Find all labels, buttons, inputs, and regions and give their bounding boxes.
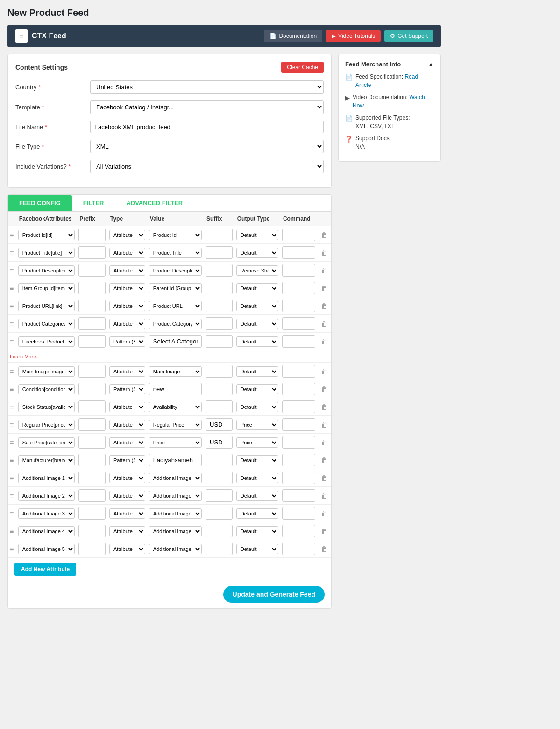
drag-handle-icon[interactable]: ≡: [10, 457, 14, 464]
video-button[interactable]: ▶ Video Tutorials: [326, 30, 381, 42]
drag-handle-icon[interactable]: ≡: [10, 510, 14, 517]
output-type-select[interactable]: DefaultRemove ShortCodesPriceRemove HTML: [236, 230, 278, 240]
drag-handle-icon[interactable]: ≡: [10, 320, 14, 328]
doc-button[interactable]: 📄 Documentation: [264, 30, 322, 42]
prefix-input[interactable]: [78, 454, 106, 466]
output-type-select[interactable]: DefaultRemove ShortCodesPriceRemove HTML: [236, 336, 278, 347]
type-select[interactable]: AttributePattern (St:: [109, 301, 145, 311]
fb-attr-select[interactable]: Regular Price[price]: [18, 420, 75, 430]
suffix-input[interactable]: [206, 282, 233, 294]
learn-more-text[interactable]: Learn More..: [10, 353, 39, 360]
output-type-select[interactable]: DefaultRemove ShortCodesPriceRemove HTML: [236, 508, 278, 519]
command-input[interactable]: [282, 472, 315, 484]
drag-handle-icon[interactable]: ≡: [10, 403, 14, 411]
value-select[interactable]: Main Image: [149, 366, 202, 377]
type-select[interactable]: AttributePattern (St:: [109, 455, 145, 465]
fb-attr-select[interactable]: Item Group Id[item_grc: [18, 283, 75, 293]
command-input[interactable]: [282, 436, 315, 449]
command-input[interactable]: [282, 335, 315, 348]
fb-attr-select[interactable]: Condition[condition]: [18, 384, 75, 394]
delete-row-button[interactable]: 🗑: [319, 230, 329, 240]
prefix-input[interactable]: [78, 489, 106, 502]
drag-handle-icon[interactable]: ≡: [10, 231, 14, 239]
command-input[interactable]: [282, 400, 315, 413]
type-select[interactable]: AttributePattern (St:: [109, 402, 145, 412]
value-select[interactable]: Additional Image 1: [149, 473, 202, 483]
fb-attr-select[interactable]: Manufacturer[brand]: [18, 455, 75, 465]
drag-handle-icon[interactable]: ≡: [10, 545, 14, 553]
type-select[interactable]: AttributePattern (St:: [109, 319, 145, 329]
command-input[interactable]: [282, 489, 315, 502]
tab-filter[interactable]: FILTER: [72, 195, 115, 211]
command-input[interactable]: [282, 300, 315, 312]
prefix-input[interactable]: [78, 400, 106, 413]
command-input[interactable]: [282, 418, 315, 431]
filetype-select[interactable]: XML CSV TXT: [90, 140, 324, 153]
suffix-input[interactable]: [206, 507, 233, 520]
prefix-input[interactable]: [78, 264, 106, 277]
delete-row-button[interactable]: 🗑: [319, 284, 329, 293]
fb-attr-select[interactable]: Additional Image 2 [ad: [18, 491, 75, 501]
drag-handle-icon[interactable]: ≡: [10, 285, 14, 292]
type-select[interactable]: AttributePattern (St:: [109, 384, 145, 394]
suffix-input[interactable]: [206, 543, 233, 555]
tab-feed-config[interactable]: FEED CONFIG: [8, 195, 72, 211]
support-button[interactable]: ⚙ Get Support: [384, 30, 433, 42]
command-input[interactable]: [282, 525, 315, 537]
suffix-input[interactable]: [206, 436, 233, 449]
prefix-input[interactable]: [78, 300, 106, 312]
prefix-input[interactable]: [78, 229, 106, 241]
suffix-input[interactable]: [206, 525, 233, 537]
fb-attr-select[interactable]: Stock Status[availabilit:: [18, 402, 75, 412]
suffix-input[interactable]: [206, 472, 233, 484]
value-select[interactable]: Product Id: [149, 230, 202, 240]
output-type-select[interactable]: DefaultRemove ShortCodesPriceRemove HTML: [236, 402, 278, 412]
suffix-input[interactable]: [206, 229, 233, 241]
delete-row-button[interactable]: 🗑: [319, 319, 329, 329]
output-type-select[interactable]: DefaultRemove ShortCodesPriceRemove HTML: [236, 366, 278, 377]
type-select[interactable]: AttributePattern (St:: [109, 437, 145, 448]
add-attribute-button[interactable]: Add New Attribute: [14, 563, 76, 576]
prefix-input[interactable]: [78, 335, 106, 348]
output-type-select[interactable]: DefaultRemove ShortCodesPriceRemove HTML: [236, 301, 278, 311]
filename-input[interactable]: [90, 121, 324, 133]
value-select[interactable]: Product URL: [149, 301, 202, 311]
output-type-select[interactable]: DefaultRemove ShortCodesPriceRemove HTML: [236, 384, 278, 394]
update-generate-button[interactable]: Update and Generate Feed: [223, 586, 325, 603]
fb-attr-select[interactable]: Additional Image 5 [ad: [18, 544, 75, 554]
suffix-input[interactable]: [206, 400, 233, 413]
command-input[interactable]: [282, 229, 315, 241]
drag-handle-icon[interactable]: ≡: [10, 492, 14, 500]
value-select[interactable]: Parent Id [Group Id]: [149, 283, 202, 293]
command-input[interactable]: [282, 317, 315, 330]
drag-handle-icon[interactable]: ≡: [10, 249, 14, 257]
output-type-select[interactable]: DefaultRemove ShortCodesPriceRemove HTML: [236, 283, 278, 293]
fb-attr-select[interactable]: Facebook Product Cate: [18, 336, 75, 347]
drag-handle-icon[interactable]: ≡: [10, 439, 14, 446]
value-select[interactable]: Price: [149, 437, 202, 448]
suffix-input[interactable]: [206, 365, 233, 378]
value-input[interactable]: [149, 383, 202, 395]
output-type-select[interactable]: DefaultRemove ShortCodesPriceRemove HTML: [236, 319, 278, 329]
command-input[interactable]: [282, 507, 315, 520]
type-select[interactable]: AttributePattern (St:: [109, 366, 145, 377]
fb-attr-select[interactable]: Product Categories[pro: [18, 319, 75, 329]
delete-row-button[interactable]: 🗑: [319, 367, 329, 376]
type-select[interactable]: AttributePattern (St:: [109, 491, 145, 501]
type-select[interactable]: AttributePattern (St:: [109, 265, 145, 276]
drag-handle-icon[interactable]: ≡: [10, 302, 14, 310]
delete-row-button[interactable]: 🗑: [319, 527, 329, 536]
type-select[interactable]: AttributePattern (St:: [109, 526, 145, 536]
type-select[interactable]: AttributePattern (St:: [109, 283, 145, 293]
drag-handle-icon[interactable]: ≡: [10, 368, 14, 375]
delete-row-button[interactable]: 🗑: [319, 456, 329, 465]
output-type-select[interactable]: DefaultRemove ShortCodesPriceRemove HTML: [236, 526, 278, 536]
fb-attr-select[interactable]: Product Description[de: [18, 265, 75, 276]
output-type-select[interactable]: DefaultRemove ShortCodesPriceRemove HTML: [236, 248, 278, 258]
prefix-input[interactable]: [78, 282, 106, 294]
delete-row-button[interactable]: 🗑: [319, 544, 329, 554]
output-type-select[interactable]: DefaultRemove ShortCodesPriceRemove HTML: [236, 473, 278, 483]
fb-attr-select[interactable]: Product Title[title]: [18, 248, 75, 258]
suffix-input[interactable]: [206, 383, 233, 395]
suffix-input[interactable]: [206, 489, 233, 502]
